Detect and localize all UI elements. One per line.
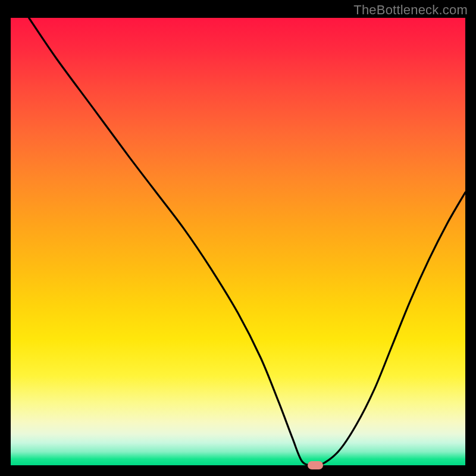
curve-svg	[11, 18, 465, 465]
optimum-marker	[308, 461, 323, 469]
plot-area	[11, 18, 465, 465]
chart-frame: TheBottleneck.com	[0, 0, 476, 476]
watermark-text: TheBottleneck.com	[353, 2, 468, 18]
bottleneck-curve-path	[29, 18, 465, 465]
